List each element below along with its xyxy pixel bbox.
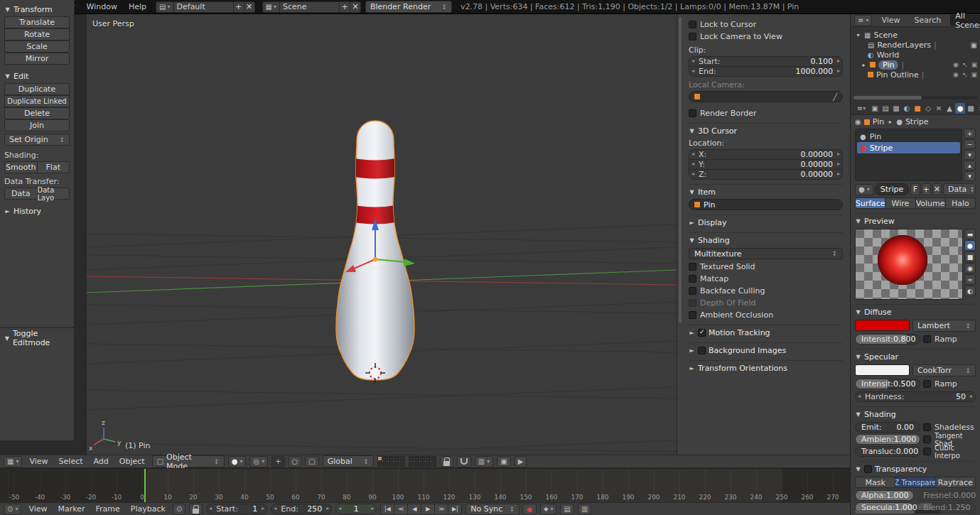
panel-history[interactable]: ►History xyxy=(4,205,70,217)
diffuse-shader-dropdown[interactable]: Lambert↕ xyxy=(912,320,976,332)
renderable-icon[interactable]: ▣ xyxy=(971,61,977,68)
menu-window[interactable]: Window xyxy=(82,2,122,11)
viewport-shading-dropdown[interactable]: ●▾ xyxy=(228,456,247,467)
slot-specials-button[interactable]: ▾ xyxy=(964,150,976,160)
preview-sphere-button[interactable]: ● xyxy=(964,240,976,251)
manipulator-rotate-toggle[interactable]: ○ xyxy=(289,456,302,467)
prev-keyframe-button[interactable]: ≪ xyxy=(394,504,408,515)
render-engine-select[interactable]: Blender Render↕ xyxy=(365,1,452,13)
specular-shader-dropdown[interactable]: CookTorr↕ xyxy=(912,364,976,376)
properties-scrollbar[interactable] xyxy=(855,510,940,514)
editor-type-button[interactable]: ⊙▾ xyxy=(4,504,21,515)
snap-element-dropdown[interactable]: ▥▾ xyxy=(475,456,493,467)
opengl-render-anim-button[interactable]: ▶ xyxy=(515,456,527,467)
specular-color-swatch[interactable] xyxy=(855,364,910,376)
specular-ramp-checkbox[interactable]: Ramp xyxy=(923,379,976,389)
panel-background-images[interactable]: ►Background Images xyxy=(689,345,843,356)
clip-end-field[interactable]: End:1000.000 xyxy=(689,66,843,77)
cursor-z-field[interactable]: Z:0.00000 xyxy=(689,169,843,180)
add-layout-button[interactable]: + xyxy=(234,1,244,13)
panel-toggle-editmode[interactable]: ▼Toggle Editmode xyxy=(4,332,70,344)
delete-layout-button[interactable]: ✕ xyxy=(244,1,255,13)
new-material-button[interactable]: + xyxy=(922,183,931,195)
delete-scene-button[interactable]: ✕ xyxy=(350,1,361,13)
auto-keyframe-toggle[interactable]: ● xyxy=(522,504,537,515)
current-frame-field[interactable]: 1 xyxy=(335,504,377,514)
editor-type-button[interactable]: ≡▾ xyxy=(854,103,869,114)
backface-culling-checkbox[interactable]: Backface Culling xyxy=(689,286,843,296)
mirror-button[interactable]: Mirror xyxy=(4,53,70,65)
panel-display[interactable]: ►Display xyxy=(689,217,843,228)
shade-smooth-button[interactable]: Smooth xyxy=(4,161,38,173)
editor-type-button[interactable]: ▦▾ xyxy=(4,456,22,467)
shade-flat-button[interactable]: Flat xyxy=(37,161,70,173)
panel-specular[interactable]: ▼Specular xyxy=(855,351,976,362)
breadcrumb-object[interactable]: Pin xyxy=(873,117,884,126)
browse-material-button[interactable]: ●▾ xyxy=(855,184,873,195)
tab-halo[interactable]: Halo xyxy=(945,197,976,209)
outliner-row-scene[interactable]: ▾ ▦ Scene xyxy=(851,30,980,40)
panel-3d-cursor[interactable]: ▼3D Cursor xyxy=(689,125,843,136)
pin-id-icon[interactable]: ◉ xyxy=(855,118,861,126)
depth-of-field-checkbox[interactable]: Depth Of Field xyxy=(689,298,843,308)
outliner-row-renderlayers[interactable]: ▤ RenderLayers| ▣ xyxy=(851,40,980,50)
outliner-scrollbar[interactable] xyxy=(854,96,977,99)
motion-tracking-checkbox[interactable] xyxy=(698,327,706,338)
outliner-display-dropdown[interactable]: All Scenes▾ xyxy=(950,15,980,26)
panel-item[interactable]: ▼Item xyxy=(689,186,843,197)
preview-hair-button[interactable]: ≈ xyxy=(964,274,976,285)
layout-name[interactable]: Default xyxy=(174,1,234,13)
view-menu[interactable]: View xyxy=(26,457,51,466)
rotate-button[interactable]: Rotate xyxy=(4,28,70,40)
render-border-checkbox[interactable]: Render Border xyxy=(689,108,843,119)
tab-constraints[interactable]: ◇ xyxy=(923,103,933,114)
pivot-point-dropdown[interactable]: ◎▾ xyxy=(249,456,268,467)
link-mode-dropdown[interactable]: Data↕ xyxy=(943,183,976,195)
add-menu[interactable]: Add xyxy=(90,457,112,466)
preview-monkey-button[interactable]: ◉ xyxy=(964,263,976,273)
diffuse-ramp-checkbox[interactable]: Ramp xyxy=(923,334,976,345)
material-slot-stripe[interactable]: ●Stripe xyxy=(857,142,960,153)
tab-modifiers[interactable]: ✕ xyxy=(934,103,944,114)
tab-material[interactable]: ● xyxy=(955,103,965,114)
tab-scene[interactable]: ▦ xyxy=(891,103,901,114)
object-menu[interactable]: Object xyxy=(116,457,149,466)
material-slot-pin[interactable]: ●Pin xyxy=(857,131,960,142)
eyedropper-icon[interactable]: ╱ xyxy=(833,93,837,101)
add-slot-button[interactable]: + xyxy=(964,129,976,139)
manipulator-translate-toggle[interactable]: + xyxy=(271,456,284,467)
panel-shading[interactable]: ▼Shading xyxy=(689,234,843,246)
timeline-ruler[interactable]: -50-40-30-20-100102030405060708090100110… xyxy=(0,468,850,502)
panel-motion-tracking[interactable]: ►Motion Tracking xyxy=(689,327,843,338)
use-preview-range-toggle[interactable]: ⊙ xyxy=(173,504,185,515)
keying-set-dropdown[interactable]: ◆▾ xyxy=(540,504,556,515)
tab-object-data[interactable]: ▲ xyxy=(944,103,954,114)
fresnel-slider[interactable]: Fresnel:0.000 xyxy=(917,490,976,501)
selectable-icon[interactable]: ↖ xyxy=(962,71,968,78)
tab-surface[interactable]: Surface xyxy=(855,197,885,209)
outliner-row-pin-outline[interactable]: Pin Outline| ◉ ↖ ▣ xyxy=(851,70,980,80)
tab-volume[interactable]: Volume xyxy=(915,197,946,209)
tab-particles[interactable]: ∗ xyxy=(976,103,980,114)
manipulator-scale-toggle[interactable]: ▢ xyxy=(305,456,318,467)
outliner-view-menu[interactable]: View xyxy=(876,16,905,25)
emit-slider[interactable]: Emit:0.00 xyxy=(855,422,920,433)
outliner-row-world[interactable]: ◐ World xyxy=(851,50,980,60)
lock-camera-checkbox[interactable]: Lock Camera to View xyxy=(689,31,843,42)
tab-texture[interactable]: ▩ xyxy=(966,103,976,114)
play-button[interactable]: ▶ xyxy=(421,504,435,515)
transparency-checkbox[interactable] xyxy=(864,464,872,475)
delete-keyframe-button[interactable]: ▥ xyxy=(578,504,591,515)
translate-button[interactable]: Translate xyxy=(4,16,70,28)
unlink-material-button[interactable]: ✕ xyxy=(932,183,942,195)
lock-to-cursor-checkbox[interactable]: Lock to Cursor xyxy=(689,19,843,30)
hardness-field[interactable]: Hardness:50 xyxy=(855,391,976,402)
snap-toggle[interactable] xyxy=(457,456,471,467)
scene-name[interactable]: Scene xyxy=(280,1,340,13)
mode-dropdown[interactable]: □Object Mode↕ xyxy=(152,455,225,467)
background-images-checkbox[interactable] xyxy=(698,345,706,356)
timeline-playback-menu[interactable]: Playback xyxy=(127,504,169,514)
jump-to-start-button[interactable]: |◀ xyxy=(380,504,394,515)
data-layout-transfer-button[interactable]: Data Layo xyxy=(37,188,70,200)
frame-start-field[interactable]: Start:1 xyxy=(206,504,267,514)
